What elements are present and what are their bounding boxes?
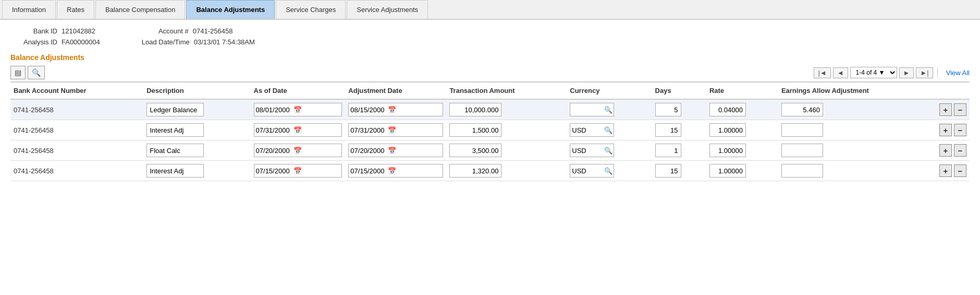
calendar-icon[interactable]: 📅 (388, 106, 396, 114)
as-of-date-input[interactable] (256, 126, 292, 134)
adjustment-date-cell: 📅 (345, 99, 446, 120)
calendar-icon[interactable]: 📅 (388, 126, 396, 134)
calendar-icon[interactable]: 📅 (293, 106, 302, 114)
next-page-button[interactable]: ► (899, 67, 914, 78)
adjustment-date-input[interactable] (350, 126, 387, 134)
table-wrapper: Bank Account Number Description As of Da… (0, 81, 980, 181)
currency-search-button[interactable]: 🔍 (603, 106, 614, 114)
delete-row-button[interactable]: − (954, 124, 966, 136)
add-row-button[interactable]: + (939, 144, 952, 157)
rate-input[interactable] (709, 164, 746, 178)
calendar-icon[interactable]: 📅 (293, 147, 302, 155)
add-row-button[interactable]: + (939, 124, 952, 136)
adjustment-date-input[interactable] (350, 147, 387, 155)
calendar-icon[interactable]: 📅 (293, 126, 302, 134)
calendar-icon[interactable]: 📅 (388, 147, 396, 155)
bank-id-row: Bank ID 121042882 (10, 27, 100, 35)
actions-cell: +− (936, 99, 970, 120)
as-of-date-cell: 📅 (251, 140, 346, 161)
currency-input[interactable] (572, 126, 603, 134)
days-input[interactable] (655, 144, 681, 157)
meta-section: Bank ID 121042882 Analysis ID FA00000004… (0, 20, 980, 50)
days-input[interactable] (655, 123, 681, 137)
earnings-allow-cell (778, 120, 936, 140)
account-label: Account # (142, 27, 189, 35)
transaction-amount-cell (446, 120, 567, 140)
transaction-amount-input[interactable] (449, 164, 501, 178)
as-of-date-input[interactable] (256, 147, 292, 155)
toolbar: ▤ 🔍 |◄ ◄ 1-4 of 4 ▼ ► ►| View All (0, 64, 980, 81)
col-actions (936, 82, 970, 99)
tab-rates[interactable]: Rates (57, 0, 94, 19)
view-all-link[interactable]: View All (946, 69, 970, 77)
col-as-of-date: As of Date (251, 82, 346, 99)
table-header-row: Bank Account Number Description As of Da… (10, 82, 970, 99)
as-of-date-input[interactable] (256, 167, 292, 175)
actions-cell: +− (936, 161, 970, 181)
add-row-button[interactable]: + (939, 164, 952, 177)
earnings-allow-input[interactable] (781, 103, 823, 116)
transaction-amount-cell (446, 140, 567, 161)
adjustment-date-input[interactable] (350, 167, 387, 175)
description-input[interactable] (146, 164, 204, 178)
as-of-date-input[interactable] (256, 106, 292, 114)
rate-cell (706, 99, 778, 120)
earnings-allow-input[interactable] (781, 164, 823, 178)
earnings-allow-input[interactable] (781, 123, 823, 137)
tab-information[interactable]: Information (2, 0, 56, 19)
rate-cell (706, 140, 778, 161)
earnings-allow-cell (778, 99, 936, 120)
tab-balance-compensation[interactable]: Balance Compensation (95, 0, 185, 19)
prev-page-button[interactable]: ◄ (833, 67, 848, 78)
days-input[interactable] (655, 103, 681, 116)
meta-left: Bank ID 121042882 Analysis ID FA00000004 (10, 27, 100, 46)
delete-row-button[interactable]: − (954, 103, 966, 116)
col-description: Description (143, 82, 250, 99)
calendar-icon[interactable]: 📅 (388, 167, 396, 175)
currency-cell: 🔍 (567, 140, 652, 161)
transaction-amount-input[interactable] (449, 103, 501, 116)
currency-input[interactable] (572, 106, 603, 114)
transaction-amount-input[interactable] (449, 144, 501, 157)
days-cell (652, 99, 706, 120)
currency-input[interactable] (572, 167, 603, 175)
currency-search-button[interactable]: 🔍 (603, 167, 614, 175)
meta-right: Account # 0741-256458 Load Date/Time 03/… (142, 27, 255, 46)
first-page-button[interactable]: |◄ (814, 67, 830, 78)
search-button[interactable]: 🔍 (28, 66, 45, 79)
description-input[interactable] (146, 123, 204, 137)
last-page-button[interactable]: ►| (916, 67, 933, 78)
description-input[interactable] (146, 103, 204, 116)
currency-input[interactable] (572, 147, 603, 155)
currency-search-button[interactable]: 🔍 (603, 147, 614, 155)
currency-search-button[interactable]: 🔍 (603, 126, 614, 134)
delete-row-button[interactable]: − (954, 164, 966, 177)
tab-service-charges[interactable]: Service Charges (276, 0, 346, 19)
balance-adjustments-table: Bank Account Number Description As of Da… (10, 81, 970, 181)
rate-input[interactable] (709, 144, 746, 157)
rate-cell (706, 161, 778, 181)
col-bank-account: Bank Account Number (10, 82, 143, 99)
tab-service-adjustments[interactable]: Service Adjustments (347, 0, 428, 19)
table-row: 0741-256458📅📅🔍+− (10, 161, 970, 181)
col-earnings-allow: Earnings Allow Adjustment (778, 82, 936, 99)
transaction-amount-input[interactable] (449, 123, 501, 137)
rate-input[interactable] (709, 123, 746, 137)
currency-cell: 🔍 (567, 99, 652, 120)
add-row-button[interactable]: + (939, 103, 952, 116)
page-select[interactable]: 1-4 of 4 ▼ (850, 67, 897, 78)
calendar-icon[interactable]: 📅 (293, 167, 302, 175)
rate-input[interactable] (709, 103, 746, 116)
table-row: 0741-256458📅📅🔍+− (10, 120, 970, 140)
analysis-id-row: Analysis ID FA00000004 (10, 38, 100, 46)
toolbar-right: |◄ ◄ 1-4 of 4 ▼ ► ►| View All (814, 67, 970, 78)
earnings-allow-input[interactable] (781, 144, 823, 157)
days-input[interactable] (655, 164, 681, 178)
description-input[interactable] (146, 144, 204, 157)
tab-balance-adjustments[interactable]: Balance Adjustments (186, 0, 275, 19)
adjustment-date-input[interactable] (350, 106, 387, 114)
delete-row-button[interactable]: − (954, 144, 966, 157)
description-cell (143, 140, 250, 161)
grid-view-button[interactable]: ▤ (10, 66, 26, 79)
toolbar-divider (937, 67, 938, 78)
